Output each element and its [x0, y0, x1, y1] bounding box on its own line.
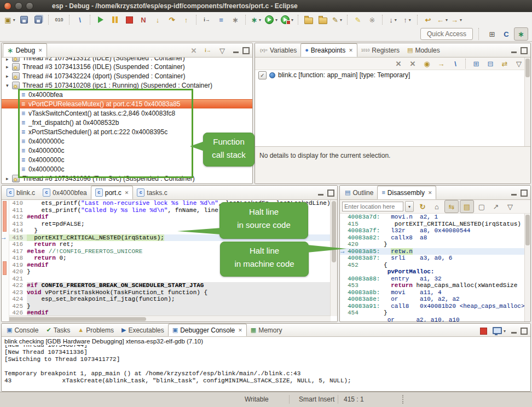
remove-all-breakpoints-button[interactable]: ✕ [406, 58, 419, 70]
dropdown-arrow-icon[interactable]: ▾ [13, 18, 15, 22]
dropdown-arrow-icon[interactable]: ▾ [291, 18, 293, 22]
close-tab-icon[interactable]: ✕ [349, 48, 353, 53]
tab-memory[interactable]: ▦Memory [247, 324, 286, 336]
cpp-perspective-button[interactable]: C [500, 28, 513, 40]
open-perspective-button[interactable]: ⊞ [485, 28, 499, 40]
close-tab-icon[interactable]: ✕ [125, 190, 129, 196]
view-menu-button[interactable]: ▽ [216, 44, 229, 56]
collapse-all-button[interactable]: ⊟ [484, 58, 497, 70]
use-step-filters-button[interactable]: ≡ [215, 14, 228, 26]
instruction-stepping-button[interactable]: i→ [200, 14, 213, 26]
show-source-button[interactable]: ▤ [460, 200, 474, 213]
tab-disassembly[interactable]: ≡Disassembly✕ [377, 186, 436, 199]
collapse-icon[interactable]: ▾ [6, 83, 12, 88]
tab-executables[interactable]: ▶Executables [118, 324, 168, 336]
build-button[interactable]: 010 [53, 14, 66, 26]
terminate-button[interactable] [123, 14, 136, 26]
dropdown-arrow-icon[interactable]: ▾ [340, 18, 342, 22]
stack-frame-row[interactable]: ≡_frxt_dispatch() at 0x4008532b [2, 118, 252, 127]
previous-annotation-button[interactable]: ↑▾ [401, 14, 414, 26]
expand-icon[interactable]: ▸ [6, 58, 12, 62]
expand-icon[interactable]: ▸ [6, 176, 12, 181]
scrollbar-thumb[interactable] [332, 201, 336, 262]
tab-outline[interactable]: ▤Outline [341, 186, 377, 199]
run-button[interactable]: ▾ [264, 14, 279, 26]
last-edit-location-button[interactable]: ↩ [421, 14, 435, 26]
close-tab-icon[interactable]: ✕ [38, 48, 43, 53]
debug-perspective-button[interactable]: ∗ [514, 27, 528, 41]
dropdown-arrow-icon[interactable]: ▾ [395, 18, 397, 22]
mark-occurrences-button[interactable]: ✎ [351, 14, 365, 26]
resume-button[interactable] [94, 14, 107, 26]
breakpoint-checkbox[interactable] [258, 71, 267, 79]
skip-all-breakpoints-view-button[interactable]: \ [449, 58, 462, 70]
open-new-view-button[interactable]: ▢ [475, 200, 488, 213]
remove-all-terminated-button[interactable]: ✕ [187, 44, 200, 56]
location-input[interactable] [342, 202, 403, 211]
new-project-button[interactable] [302, 14, 315, 26]
minimize-icon[interactable] [511, 194, 517, 196]
step-into-button[interactable]: ↓ [151, 14, 164, 26]
go-to-file-button[interactable]: → [435, 58, 448, 70]
next-annotation-button[interactable]: ↓▾ [386, 14, 400, 26]
debug-thread-row[interactable]: ▸Thread #6 1073431096 (Tmr Svc) (Suspend… [2, 174, 252, 183]
close-tab-icon[interactable]: ✕ [428, 190, 432, 196]
disassembly-scrollbar[interactable] [524, 214, 530, 322]
window-maximize-button[interactable] [26, 2, 33, 10]
expand-icon[interactable]: ▸ [6, 64, 12, 70]
disconnect-button[interactable]: N [137, 14, 150, 26]
refresh-view-button[interactable]: ↻ [416, 200, 429, 213]
home-button[interactable]: ⌂ [430, 200, 443, 213]
minimize-icon[interactable] [233, 51, 239, 53]
scrollbar-thumb[interactable] [3, 317, 146, 321]
display-selected-console-button[interactable]: ▾ [491, 325, 507, 337]
link-with-debug-view-button[interactable]: ⇄ [498, 58, 511, 70]
dropdown-arrow-icon[interactable]: ▾ [504, 329, 506, 334]
export-button[interactable]: ↗ [489, 200, 502, 213]
close-tab-icon[interactable]: ✕ [238, 328, 242, 333]
maximize-icon[interactable] [521, 47, 528, 54]
dropdown-arrow-icon[interactable]: ▾ [259, 18, 261, 22]
view-menu-button[interactable]: ▽ [512, 58, 525, 70]
tab-problems[interactable]: ▲Problems [74, 324, 118, 336]
minimize-icon[interactable] [318, 194, 323, 196]
maximize-icon[interactable] [327, 190, 334, 197]
dropdown-arrow-icon[interactable]: ▾ [446, 18, 448, 22]
step-return-button[interactable]: ↑ [180, 14, 193, 26]
location-dropdown-icon[interactable]: ▾ [405, 201, 414, 212]
remove-breakpoint-button[interactable]: ✕ [392, 58, 405, 70]
breakpoints-scrollbar[interactable] [524, 58, 530, 147]
save-all-button[interactable] [32, 14, 45, 26]
dropdown-arrow-icon[interactable]: ▾ [409, 18, 411, 22]
stack-frame-row[interactable]: ≡0x4000bfea [2, 90, 252, 99]
tab-breakpoints[interactable]: ●Breakpoints✕ [300, 43, 357, 57]
window-close-button[interactable] [4, 2, 11, 10]
tab-modules[interactable]: ▤Modules [403, 43, 444, 57]
instruction-stepping-mode-button[interactable]: i→ [201, 44, 215, 56]
editor-vertical-scrollbar[interactable] [330, 200, 337, 316]
dropdown-arrow-icon[interactable]: ▾ [275, 18, 277, 22]
quick-access-button[interactable]: Quick Access [420, 28, 473, 40]
maximize-icon[interactable] [521, 328, 528, 335]
maximize-icon[interactable] [242, 47, 250, 54]
debug-thread-row[interactable]: ▸Thread #2 1073413312 (IDLE) (Suspended … [2, 58, 252, 62]
back-button[interactable]: ←▾ [436, 14, 449, 26]
expand-all-button[interactable]: ⊞ [470, 58, 483, 70]
step-filters-config-button[interactable]: ∗ [229, 14, 242, 26]
maximize-icon[interactable] [521, 190, 528, 197]
open-element-button[interactable] [316, 14, 329, 26]
tab-port-c[interactable]: cport.c✕ [91, 186, 134, 199]
suspend-button[interactable] [108, 14, 122, 26]
stack-frame-row[interactable]: ≡vTaskSwitchContext() at tasks.c:2,846 0… [2, 108, 252, 118]
tab-blink-c[interactable]: cblink.c [3, 186, 39, 199]
stack-frame-row[interactable]: ≡vPortCPUReleaseMutex() at port.c:415 0x… [2, 99, 252, 108]
dropdown-arrow-icon[interactable]: ▾ [460, 18, 462, 22]
annotations-button[interactable]: ※ [366, 14, 379, 26]
search-button[interactable]: ✎▾ [331, 14, 344, 26]
tab-console[interactable]: ▣Console [3, 324, 42, 336]
expand-icon[interactable]: ▸ [6, 73, 12, 79]
debug-thread-row[interactable]: ▸Thread #4 1073432224 (dport) (Suspended… [2, 71, 252, 81]
sync-with-context-button[interactable]: ⇆ [444, 200, 459, 213]
tab-tasks[interactable]: ✔Tasks [42, 324, 74, 336]
debug-thread-row[interactable]: ▸Thread #3 1073413156 (IDLE) (Suspended … [2, 62, 252, 71]
